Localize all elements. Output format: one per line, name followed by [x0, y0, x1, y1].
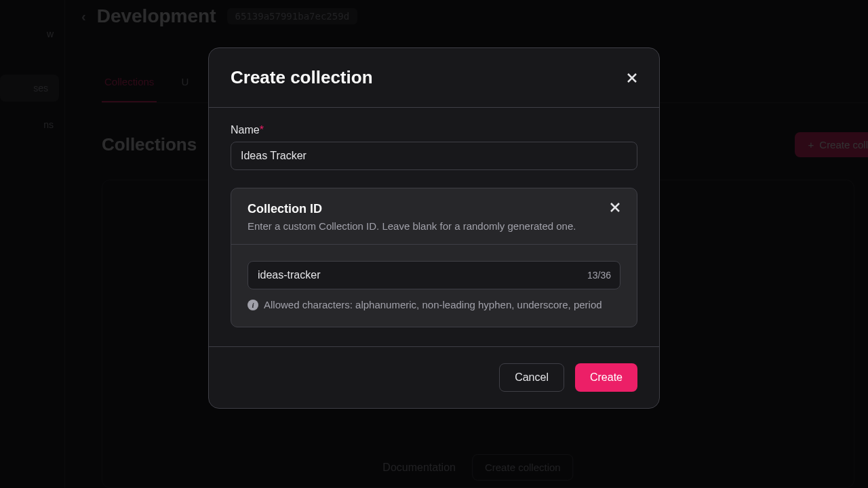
create-collection-modal: Create collection Name* Collection ID En… — [208, 47, 660, 409]
id-section-title: Collection ID — [248, 202, 576, 216]
collection-id-section: Collection ID Enter a custom Collection … — [231, 188, 637, 327]
modal-header: Create collection — [209, 48, 659, 108]
id-section-body: 13/36 i Allowed characters: alphanumeric… — [231, 245, 637, 327]
create-button[interactable]: Create — [575, 363, 637, 392]
close-icon[interactable] — [610, 202, 620, 213]
close-icon[interactable] — [627, 73, 637, 83]
modal-title: Create collection — [231, 67, 373, 88]
hint-text: Allowed characters: alphanumeric, non-le… — [264, 299, 602, 310]
modal-footer: Cancel Create — [209, 346, 659, 408]
id-section-header: Collection ID Enter a custom Collection … — [231, 188, 637, 245]
character-count: 13/36 — [587, 270, 611, 281]
info-icon: i — [248, 300, 258, 310]
cancel-button[interactable]: Cancel — [499, 363, 564, 392]
name-input[interactable] — [231, 142, 637, 170]
name-label: Name* — [231, 124, 637, 136]
id-section-description: Enter a custom Collection ID. Leave blan… — [248, 220, 576, 232]
collection-id-input[interactable] — [248, 261, 620, 289]
modal-body: Name* Collection ID Enter a custom Colle… — [209, 108, 659, 346]
hint-row: i Allowed characters: alphanumeric, non-… — [248, 299, 620, 310]
